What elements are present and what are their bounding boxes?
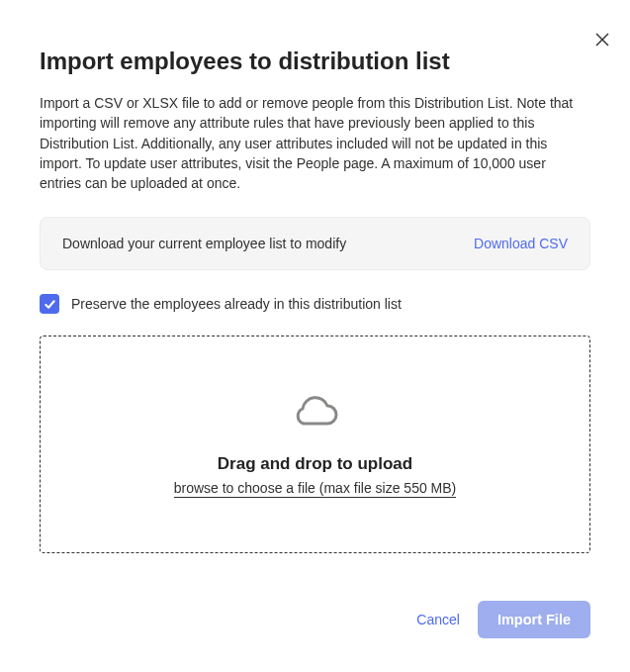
preserve-checkbox-label: Preserve the employees already in this d… — [71, 296, 402, 312]
download-banner: Download your current employee list to m… — [40, 217, 590, 270]
dropzone-title: Drag and drop to upload — [218, 454, 412, 474]
upload-dropzone[interactable]: Drag and drop to upload browse to choose… — [40, 336, 590, 553]
dropzone-subtext: browse to choose a file (max file size 5… — [174, 480, 457, 498]
import-file-button[interactable]: Import File — [478, 601, 590, 638]
dialog-footer: Cancel Import File — [416, 601, 590, 638]
check-icon — [44, 298, 56, 311]
close-button[interactable] — [590, 28, 614, 51]
cloud-icon — [292, 392, 339, 434]
close-icon — [595, 33, 609, 47]
download-csv-link[interactable]: Download CSV — [474, 236, 568, 251]
preserve-checkbox-row: Preserve the employees already in this d… — [40, 294, 590, 314]
dialog-title: Import employees to distribution list — [40, 48, 590, 75]
cancel-button[interactable]: Cancel — [416, 612, 460, 627]
dialog-description: Import a CSV or XLSX file to add or remo… — [40, 93, 590, 193]
download-banner-text: Download your current employee list to m… — [62, 236, 346, 251]
preserve-checkbox[interactable] — [40, 294, 59, 314]
import-employees-dialog: Import employees to distribution list Im… — [0, 0, 630, 672]
